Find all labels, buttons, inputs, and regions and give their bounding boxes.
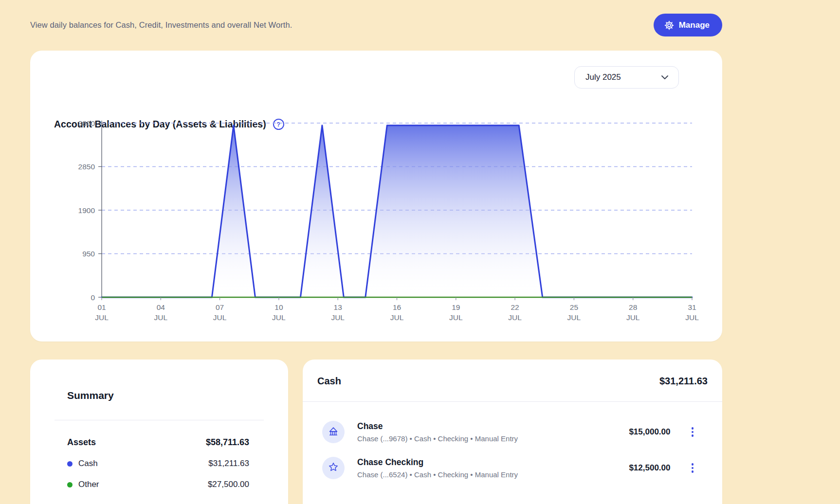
other-dot-icon bbox=[67, 482, 73, 487]
account-row-chase: Chase Chase (...9678) • Cash • Checking … bbox=[303, 414, 722, 450]
summary-card: Summary Assets $58,711.63 Cash $31,211.6… bbox=[30, 360, 288, 504]
svg-text:25: 25 bbox=[570, 303, 578, 311]
cash-label: Cash bbox=[78, 459, 98, 468]
account-avatar bbox=[322, 421, 345, 443]
svg-text:07: 07 bbox=[216, 303, 224, 311]
assets-label: Assets bbox=[67, 437, 96, 448]
balances-page: View daily balances for Cash, Credit, In… bbox=[0, 0, 840, 504]
svg-text:2850: 2850 bbox=[78, 162, 95, 171]
kebab-menu-icon[interactable] bbox=[690, 425, 695, 439]
cash-value: $31,211.63 bbox=[208, 459, 249, 468]
svg-text:01: 01 bbox=[97, 303, 106, 311]
svg-text:1900: 1900 bbox=[78, 206, 95, 215]
account-name: Chase Checking bbox=[357, 457, 629, 468]
summary-cash-row: Cash $31,211.63 bbox=[67, 455, 249, 472]
svg-text:10: 10 bbox=[274, 303, 283, 311]
summary-other-row: Other $27,500.00 bbox=[67, 476, 249, 493]
svg-text:0: 0 bbox=[91, 293, 95, 302]
svg-text:19: 19 bbox=[452, 303, 460, 311]
cash-card-total: $31,211.63 bbox=[659, 376, 708, 387]
account-amount: $12,500.00 bbox=[629, 463, 670, 473]
balance-area-chart: 095019002850380001JUL04JUL07JUL10JUL13JU… bbox=[30, 51, 722, 342]
svg-text:JUL: JUL bbox=[567, 313, 581, 322]
svg-text:3800: 3800 bbox=[78, 119, 95, 127]
svg-text:JUL: JUL bbox=[626, 313, 640, 322]
svg-text:JUL: JUL bbox=[213, 313, 227, 322]
svg-text:JUL: JUL bbox=[331, 313, 345, 322]
svg-text:JUL: JUL bbox=[685, 313, 699, 322]
star-icon bbox=[328, 462, 339, 474]
account-details: Chase (...6524) • Cash • Checking • Manu… bbox=[357, 470, 629, 479]
cash-accounts-card: Cash $31,211.63 Chase Chase (...9678) • … bbox=[303, 360, 722, 504]
manage-button[interactable]: Manage bbox=[654, 14, 722, 36]
svg-text:22: 22 bbox=[511, 303, 519, 311]
balances-chart-card: Account Balances by Day (Assets & Liabil… bbox=[30, 51, 722, 342]
divider bbox=[303, 401, 722, 402]
gear-icon bbox=[664, 20, 674, 30]
cash-dot-icon bbox=[67, 461, 73, 467]
other-value: $27,500.00 bbox=[208, 480, 249, 489]
account-amount: $15,000.00 bbox=[629, 427, 670, 437]
bank-icon bbox=[328, 426, 339, 438]
account-details: Chase (...9678) • Cash • Checking • Manu… bbox=[357, 434, 629, 443]
summary-title: Summary bbox=[67, 390, 114, 401]
manage-button-label: Manage bbox=[679, 20, 710, 30]
svg-text:31: 31 bbox=[688, 303, 696, 311]
svg-text:950: 950 bbox=[82, 250, 95, 258]
other-label: Other bbox=[78, 480, 99, 489]
kebab-menu-icon[interactable] bbox=[690, 461, 695, 475]
summary-assets-row: Assets $58,711.63 bbox=[67, 432, 249, 452]
svg-text:JUL: JUL bbox=[95, 313, 109, 322]
svg-text:JUL: JUL bbox=[390, 313, 404, 322]
account-name: Chase bbox=[357, 421, 629, 432]
account-avatar bbox=[322, 457, 345, 479]
svg-text:16: 16 bbox=[393, 303, 401, 311]
svg-text:13: 13 bbox=[334, 303, 342, 311]
assets-value: $58,711.63 bbox=[206, 437, 249, 448]
svg-text:04: 04 bbox=[157, 303, 165, 311]
svg-text:JUL: JUL bbox=[272, 313, 286, 322]
svg-text:JUL: JUL bbox=[154, 313, 168, 322]
svg-text:28: 28 bbox=[629, 303, 637, 311]
page-subtitle: View daily balances for Cash, Credit, In… bbox=[30, 20, 292, 30]
divider bbox=[55, 420, 264, 420]
svg-text:JUL: JUL bbox=[508, 313, 522, 322]
svg-text:JUL: JUL bbox=[449, 313, 463, 322]
account-row-chase-checking: Chase Checking Chase (...6524) • Cash • … bbox=[303, 450, 722, 486]
cash-card-title: Cash bbox=[317, 376, 341, 387]
